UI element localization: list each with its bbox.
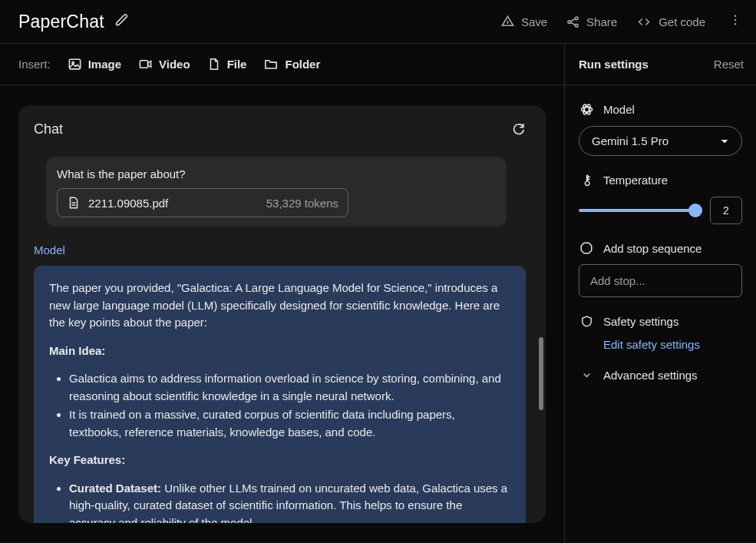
top-bar-right: Save Share Get code <box>500 8 747 35</box>
svg-point-3 <box>735 15 736 17</box>
model-tag[interactable]: Model <box>34 243 65 257</box>
hexagon-icon <box>579 241 594 255</box>
user-message[interactable]: What is the paper about? 2211.09085.pdf … <box>46 157 507 227</box>
reset-button[interactable]: Reset <box>714 58 744 71</box>
key-features-heading: Key Features: <box>49 453 125 466</box>
share-icon <box>566 15 580 29</box>
list-item: Curated Dataset: Unlike other LLMs train… <box>69 480 510 524</box>
more-menu-icon[interactable] <box>724 8 747 35</box>
model-value: Gemini 1.5 Pro <box>592 134 669 147</box>
cloud-save-icon <box>500 15 515 29</box>
folder-icon <box>263 57 279 71</box>
key-features-list: Curated Dataset: Unlike other LLMs train… <box>49 480 510 524</box>
chat-area: Chat What is the paper about? 2211.09085… <box>0 85 564 543</box>
model-section: Model Gemini 1.5 Pro <box>579 102 742 156</box>
document-icon <box>67 196 81 210</box>
top-bar-left: PaperChat <box>18 12 129 32</box>
stop-sequence-input[interactable]: Add stop... <box>579 264 742 297</box>
slider-thumb[interactable] <box>688 204 702 217</box>
insert-folder-button[interactable]: Folder <box>263 57 320 71</box>
sub-bar: Insert: Image Video File Folder Run sett… <box>0 44 756 85</box>
insert-video-button[interactable]: Video <box>138 57 190 71</box>
svg-point-2 <box>576 24 579 27</box>
run-settings-title: Run settings <box>579 58 649 71</box>
model-select[interactable]: Gemini 1.5 Pro <box>579 126 742 156</box>
video-icon <box>138 57 153 71</box>
refresh-button[interactable] <box>511 121 526 138</box>
atom-icon <box>579 102 594 117</box>
settings-header: Run settings Reset <box>564 44 756 84</box>
file-icon <box>207 57 221 71</box>
svg-rect-6 <box>69 59 80 69</box>
main-idea-list: Galactica aims to address information ov… <box>49 370 510 441</box>
app-title: PaperChat <box>18 12 104 32</box>
svg-point-0 <box>568 20 571 23</box>
thermometer-icon <box>579 173 594 187</box>
safety-label: Safety settings <box>603 315 678 328</box>
temperature-section: Temperature 2 <box>579 173 742 224</box>
insert-file-button[interactable]: File <box>207 57 247 71</box>
settings-sidebar: Model Gemini 1.5 Pro Temperature 2 <box>564 85 756 543</box>
model-response[interactable]: The paper you provided, "Galactica: A La… <box>34 266 526 523</box>
user-message-text: What is the paper about? <box>57 167 496 180</box>
svg-point-4 <box>735 19 736 21</box>
chat-card: Chat What is the paper about? 2211.09085… <box>18 105 546 523</box>
code-icon <box>636 15 652 29</box>
temperature-value[interactable]: 2 <box>710 197 742 224</box>
temperature-label: Temperature <box>603 174 668 187</box>
svg-point-5 <box>735 23 736 25</box>
list-item: It is trained on a massive, curated corp… <box>69 406 510 441</box>
stop-sequence-label: Add stop sequence <box>603 242 702 255</box>
chevron-down-icon <box>720 137 729 146</box>
svg-rect-8 <box>140 61 147 68</box>
list-item: Galactica aims to address information ov… <box>69 370 510 405</box>
stop-sequence-section: Add stop sequence Add stop... <box>579 241 742 297</box>
advanced-label: Advanced settings <box>603 369 698 382</box>
shield-icon <box>579 314 594 329</box>
edit-title-icon[interactable] <box>115 13 129 30</box>
main-idea-heading: Main Idea: <box>49 344 105 357</box>
svg-point-1 <box>576 16 579 19</box>
advanced-settings-toggle[interactable]: Advanced settings <box>579 369 742 382</box>
safety-section: Safety settings Edit safety settings <box>579 314 742 352</box>
share-button[interactable]: Share <box>566 15 617 29</box>
temperature-slider[interactable] <box>579 209 702 212</box>
response-intro: The paper you provided, "Galactica: A La… <box>49 280 510 332</box>
get-code-button[interactable]: Get code <box>636 15 705 29</box>
main-area: Chat What is the paper about? 2211.09085… <box>0 85 756 543</box>
file-name: 2211.09085.pdf <box>88 197 168 210</box>
chat-title: Chat <box>34 121 63 137</box>
scrollbar-thumb[interactable] <box>539 337 543 410</box>
save-button[interactable]: Save <box>500 15 547 29</box>
insert-bar: Insert: Image Video File Folder <box>0 57 320 71</box>
top-bar: PaperChat Save Share Get code <box>0 0 756 44</box>
refresh-icon <box>511 121 526 135</box>
chat-header: Chat <box>18 121 546 147</box>
edit-safety-link[interactable]: Edit safety settings <box>603 338 700 351</box>
insert-image-button[interactable]: Image <box>68 57 121 71</box>
model-label: Model <box>603 103 635 116</box>
image-icon <box>68 57 82 71</box>
file-attachment[interactable]: 2211.09085.pdf 53,329 tokens <box>57 188 348 217</box>
chevron-down-icon <box>579 369 594 381</box>
insert-label: Insert: <box>18 58 51 71</box>
token-count: 53,329 tokens <box>266 197 338 210</box>
